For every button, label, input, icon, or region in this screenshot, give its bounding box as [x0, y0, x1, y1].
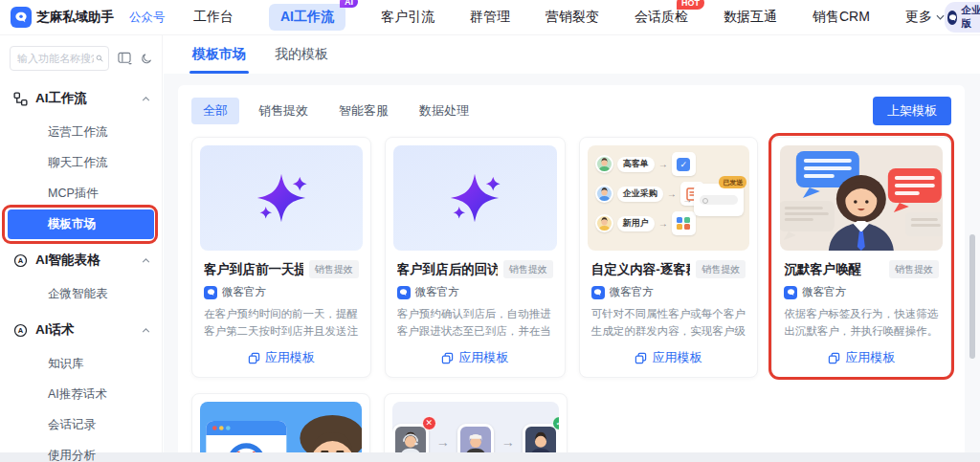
card-author: 微客官方: [222, 285, 266, 299]
sidebar-section-ai-table[interactable]: A AI智能表格: [0, 240, 162, 278]
apply-template-button[interactable]: 应用模板: [397, 341, 553, 369]
svg-text:A: A: [18, 256, 24, 265]
apply-template-button[interactable]: 应用模板: [204, 341, 359, 369]
arrow-icon: →: [501, 434, 515, 450]
nav-conversation-qc[interactable]: 会话质检HOT: [635, 9, 688, 26]
arrow-icon: →: [667, 188, 677, 199]
card-category-badge: 销售提效: [309, 260, 359, 278]
customer-avatar: [595, 214, 613, 232]
filter-sales-efficiency[interactable]: 销售提效: [247, 98, 320, 124]
account-area: 企业版 v2: [945, 2, 980, 33]
ai-badge: AI: [340, 0, 358, 8]
card-cover-auto-inherit: ✕ → → ✓ 自动继承: [392, 402, 559, 452]
nav-workbench[interactable]: 工作台: [193, 9, 234, 26]
sidebar-item-usage-analysis[interactable]: 使用分析: [8, 441, 154, 462]
chevron-down-icon: [936, 14, 945, 20]
copy-icon: [828, 352, 840, 364]
app-title: 芝麻私域助手: [36, 9, 114, 26]
template-card[interactable]: 客户到店前一天提醒 销售提效 微客官方 在客户预约时间的前一天，提醒客户第二天按…: [191, 137, 371, 378]
template-grid-row2: ✕ → → ✓ 自动继承: [178, 391, 965, 452]
template-panel: 全部 销售提效 智能客服 数据处理 上架模板: [178, 85, 965, 452]
workflow-icon: [13, 92, 28, 106]
sidebar-item-chat-workflow[interactable]: 聊天工作流: [8, 148, 154, 178]
copy-icon: [635, 352, 647, 364]
template-grid-row1: 客户到店前一天提醒 销售提效 微客官方 在客户预约时间的前一天，提醒客户第二天按…: [178, 135, 965, 378]
sidebar-item-wecom-smart-table[interactable]: 企微智能表: [8, 279, 154, 309]
filter-data-processing[interactable]: 数据处理: [408, 98, 480, 124]
card-category-badge: 销售提效: [696, 260, 746, 278]
official-author-icon: [397, 286, 411, 299]
nav-marketing-fission[interactable]: 营销裂变: [546, 9, 599, 26]
sidebar-item-conversation-record[interactable]: 会话记录: [8, 410, 154, 440]
arrow-icon: →: [658, 159, 668, 169]
nav-sales-crm[interactable]: 销售CRM: [813, 9, 870, 26]
sidebar: AI工作流 运营工作流 聊天工作流 MCP插件 模板市场 A AI智能表格 企微…: [0, 35, 163, 452]
card-cover-error-window: [200, 402, 362, 452]
search-box: [10, 46, 109, 71]
template-card[interactable]: ✕ → → ✓ 自动继承: [384, 393, 568, 452]
template-card-silent-customer-wake[interactable]: 沉默客户唤醒 销售提效 微客官方 依据客户标签及行为，快速筛选出沉默客户，并执行…: [771, 137, 951, 378]
sidebar-section-ai-script[interactable]: A AI话术: [0, 310, 162, 348]
segment-label: 新用户: [617, 216, 655, 231]
customer-avatar: [595, 155, 613, 173]
grid-tile-icon: [677, 217, 690, 231]
collapse-panel-icon[interactable]: [118, 52, 132, 65]
brand-area[interactable]: 芝麻私域助手 公众号: [0, 7, 163, 28]
card-author: 微客官方: [610, 285, 654, 299]
staff-avatar-middle: [457, 424, 494, 453]
vertical-scrollbar[interactable]: [969, 234, 975, 359]
sidebar-item-template-market[interactable]: 模板市场: [8, 209, 154, 239]
channel-link[interactable]: 公众号: [129, 10, 166, 26]
card-title: 自定义内容-逐客群发: [591, 261, 691, 278]
tab-my-templates[interactable]: 我的模板: [275, 46, 328, 74]
ai-table-icon: A: [13, 253, 28, 268]
card-description: 客户预约确认到店后，自动推进客户跟进状态至已到店，并在当天下午六点提醒销售做回访…: [397, 305, 553, 341]
sidebar-item-ai-recommend-script[interactable]: AI推荐话术: [8, 380, 154, 409]
sidebar-item-mcp-plugin[interactable]: MCP插件: [8, 179, 154, 209]
card-author: 微客官方: [415, 285, 459, 299]
filter-row: 全部 销售提效 智能客服 数据处理 上架模板: [178, 85, 965, 135]
template-card[interactable]: 高客单 → ✓ 企业采购 → 新用户: [579, 137, 759, 378]
sidebar-item-knowledge-base[interactable]: 知识库: [8, 349, 154, 379]
topbar: 芝麻私域助手 公众号 工作台 AI工作流AI 客户引流 群管理 营销裂变 会话质…: [0, 0, 980, 35]
card-title: 客户到店后的回访跟进: [397, 261, 498, 278]
nav-data-interchange[interactable]: 数据互通: [724, 9, 777, 26]
filter-all[interactable]: 全部: [191, 98, 239, 124]
person-chat-bubbles-illustration: [780, 145, 943, 251]
card-title: 客户到店前一天提醒: [204, 261, 303, 278]
arrow-icon: →: [682, 194, 692, 205]
template-card[interactable]: 客户到店后的回访跟进 销售提效 微客官方 客户预约确认到店后，自动推进客户跟进状…: [385, 137, 566, 378]
nav-group-management[interactable]: 群管理: [470, 9, 510, 26]
chevron-up-icon: [142, 258, 150, 263]
plan-badge[interactable]: 企业版 v2: [945, 2, 980, 33]
nav-ai-workflow[interactable]: AI工作流AI: [269, 4, 345, 31]
hot-badge: HOT: [677, 0, 704, 10]
app-logo-icon: [11, 7, 32, 28]
filter-smart-service[interactable]: 智能客服: [327, 98, 400, 124]
nav-more[interactable]: 更多: [905, 9, 945, 26]
top-nav: 工作台 AI工作流AI 客户引流 群管理 营销裂变 会话质检HOT 数据互通 销…: [193, 4, 945, 31]
apply-template-button[interactable]: 应用模板: [784, 341, 939, 369]
search-input[interactable]: [17, 53, 94, 64]
nav-customer-acquisition[interactable]: 客户引流: [381, 9, 434, 26]
publish-template-button[interactable]: 上架模板: [873, 97, 951, 125]
tab-template-market[interactable]: 模板市场: [192, 46, 246, 74]
official-author-icon: [784, 286, 797, 299]
card-category-badge: 销售提效: [889, 260, 939, 278]
sidebar-item-operation-workflow[interactable]: 运营工作流: [8, 118, 154, 147]
error-window-person-illustration: [200, 402, 362, 452]
card-description: 可针对不同属性客户或每个客户生成定的群发内容，实现客户级的精准群发。: [591, 305, 746, 341]
check-tile-icon: ✓: [677, 158, 690, 171]
ai-script-icon: A: [13, 323, 28, 338]
sidebar-section-ai-workflow[interactable]: AI工作流: [0, 78, 162, 117]
apply-template-button[interactable]: 应用模板: [591, 341, 746, 369]
removed-x-badge: ✕: [422, 416, 436, 430]
card-cover-sparkle: [393, 145, 557, 251]
official-author-icon: [591, 286, 605, 299]
sparkle-icon: [246, 163, 317, 233]
dark-mode-moon-icon[interactable]: [141, 53, 152, 65]
card-description: 依据客户标签及行为，快速筛选出沉默客户，并执行唤醒操作。: [784, 305, 939, 341]
card-cover-audience-send: 高客单 → ✓ 企业采购 → 新用户: [588, 145, 750, 251]
segment-label: 高客单: [617, 157, 655, 172]
template-card[interactable]: [191, 393, 370, 452]
